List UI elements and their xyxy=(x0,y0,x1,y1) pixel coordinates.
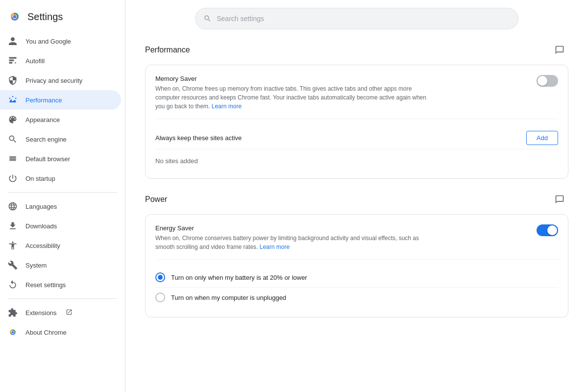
sidebar-item-system[interactable]: System xyxy=(0,255,121,275)
memory-saver-row: Memory Saver When on, Chrome frees up me… xyxy=(155,75,558,119)
search-icon xyxy=(8,134,18,144)
energy-saver-toggle-thumb xyxy=(547,225,557,235)
sidebar-label: Search engine xyxy=(25,136,67,143)
sidebar-item-reset-settings[interactable]: Reset settings xyxy=(0,275,121,294)
sidebar-item-default-browser[interactable]: Default browser xyxy=(0,149,121,169)
sidebar-label: System xyxy=(25,262,47,269)
sidebar-label: You and Google xyxy=(25,38,71,45)
sidebar: Settings You and Google Autofill Privacy… xyxy=(0,0,125,392)
sidebar-label: About Chrome xyxy=(25,329,67,336)
svg-point-3 xyxy=(13,15,17,19)
sidebar-item-privacy[interactable]: Privacy and security xyxy=(0,71,121,90)
radio-battery-20-label: Turn on only when my battery is at 20% o… xyxy=(171,274,307,281)
download-icon xyxy=(8,221,18,231)
sidebar-item-autofill[interactable]: Autofill xyxy=(0,51,121,71)
no-sites-text: No sites added xyxy=(155,153,558,169)
accessibility-icon xyxy=(8,241,18,250)
reset-icon xyxy=(8,280,18,290)
sidebar-item-on-startup[interactable]: On startup xyxy=(0,169,121,188)
radio-dot-battery-20 xyxy=(158,275,163,280)
sidebar-item-performance[interactable]: Performance xyxy=(0,90,121,110)
memory-saver-text: Memory Saver When on, Chrome frees up me… xyxy=(155,75,430,111)
sidebar-item-downloads[interactable]: Downloads xyxy=(0,216,121,236)
power-card: Energy Saver When on, Chrome conserves b… xyxy=(145,214,568,318)
person-icon xyxy=(8,36,18,46)
search-bar[interactable] xyxy=(195,8,518,29)
sidebar-item-about-chrome[interactable]: About Chrome xyxy=(0,322,121,342)
radio-battery-20-row: Turn on only when my battery is at 20% o… xyxy=(155,268,558,288)
power-title: Power xyxy=(145,195,167,204)
performance-section-header: Performance xyxy=(145,41,568,59)
sidebar-item-languages[interactable]: Languages xyxy=(0,196,121,216)
app-title: Settings xyxy=(27,11,63,23)
memory-saver-learn-more[interactable]: Learn more xyxy=(212,103,242,110)
sidebar-divider-1 xyxy=(8,192,117,193)
performance-icon xyxy=(8,95,18,105)
energy-saver-text: Energy Saver When on, Chrome conserves b… xyxy=(155,224,430,251)
sidebar-item-appearance[interactable]: Appearance xyxy=(0,110,121,129)
system-icon xyxy=(8,260,18,270)
energy-saver-toggle[interactable] xyxy=(537,224,558,236)
energy-saver-desc: When on, Chrome conserves battery power … xyxy=(155,234,430,251)
sidebar-label: On startup xyxy=(25,175,55,182)
sidebar-item-you-and-google[interactable]: You and Google xyxy=(0,31,121,51)
sidebar-label: Languages xyxy=(25,203,57,210)
sidebar-item-extensions[interactable]: Extensions xyxy=(0,303,121,322)
power-icon xyxy=(8,173,18,183)
shield-icon xyxy=(8,75,18,85)
search-icon xyxy=(203,14,212,23)
power-feedback-button[interactable] xyxy=(551,191,568,208)
sidebar-label: Privacy and security xyxy=(25,77,82,84)
radio-battery-20[interactable] xyxy=(155,272,165,282)
search-bar-container xyxy=(145,8,568,29)
power-section-header: Power xyxy=(145,191,568,208)
radio-unplugged-row: Turn on when my computer is unplugged xyxy=(155,288,558,307)
sidebar-label: Downloads xyxy=(25,222,57,230)
memory-saver-desc: When on, Chrome frees up memory from ina… xyxy=(155,84,430,111)
external-link-icon xyxy=(66,309,73,317)
radio-unplugged-label: Turn on when my computer is unplugged xyxy=(171,294,286,301)
memory-saver-toggle[interactable] xyxy=(537,75,558,87)
search-input[interactable] xyxy=(217,15,510,23)
performance-card: Memory Saver When on, Chrome frees up me… xyxy=(145,65,568,179)
chrome-logo-icon xyxy=(8,10,22,24)
sidebar-divider-2 xyxy=(8,298,117,299)
sidebar-item-search-engine[interactable]: Search engine xyxy=(0,129,121,149)
energy-saver-name: Energy Saver xyxy=(155,224,430,232)
always-active-label: Always keep these sites active xyxy=(155,134,242,142)
radio-unplugged[interactable] xyxy=(155,293,165,302)
sidebar-label: Appearance xyxy=(25,116,60,123)
autofill-icon xyxy=(8,56,18,66)
sidebar-label: Default browser xyxy=(25,155,70,163)
always-active-sites-row: Always keep these sites active Add xyxy=(155,127,558,149)
performance-feedback-button[interactable] xyxy=(551,41,568,59)
sidebar-header: Settings xyxy=(0,4,125,31)
sidebar-label: Performance xyxy=(25,97,62,104)
sidebar-item-accessibility[interactable]: Accessibility xyxy=(0,236,121,255)
about-icon xyxy=(8,327,18,337)
sidebar-label: Reset settings xyxy=(25,281,66,289)
sidebar-label: Accessibility xyxy=(25,242,60,249)
add-site-button[interactable]: Add xyxy=(526,131,558,145)
svg-point-7 xyxy=(12,331,14,334)
browser-icon xyxy=(8,154,18,164)
palette-icon xyxy=(8,115,18,124)
sidebar-label: Autofill xyxy=(25,57,45,65)
energy-saver-row: Energy Saver When on, Chrome conserves b… xyxy=(155,224,558,260)
language-icon xyxy=(8,201,18,211)
sidebar-label: Extensions xyxy=(25,309,57,317)
memory-saver-name: Memory Saver xyxy=(155,75,430,82)
main-content: Performance Memory Saver When on, Chrome… xyxy=(125,0,588,392)
energy-saver-learn-more[interactable]: Learn more xyxy=(260,244,290,250)
extensions-icon xyxy=(8,308,18,318)
performance-title: Performance xyxy=(145,46,190,54)
memory-saver-toggle-thumb xyxy=(538,76,547,86)
